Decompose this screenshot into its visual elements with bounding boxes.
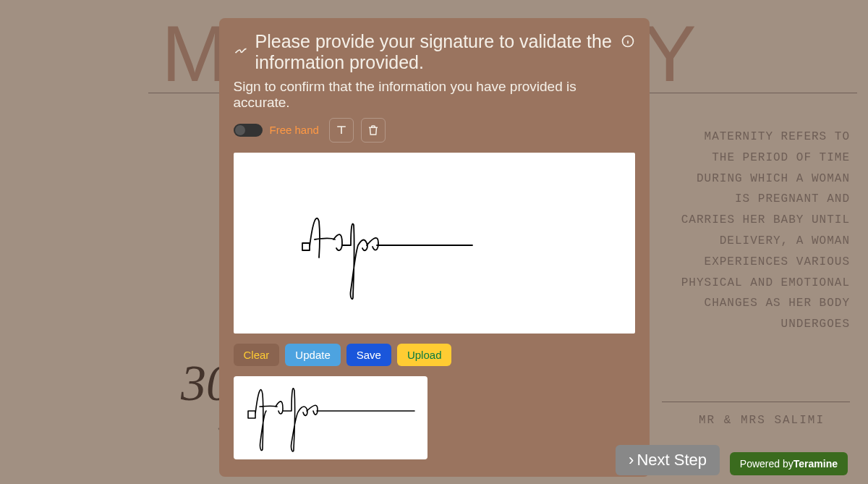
info-icon[interactable]	[621, 34, 635, 51]
freehand-label: Free hand	[270, 124, 319, 136]
signature-modal: Please provide your signature to validat…	[219, 18, 650, 477]
signature-preview	[234, 376, 427, 459]
powered-by-badge[interactable]: Powered byTeramine	[730, 452, 848, 475]
next-step-label: Next Step	[637, 451, 707, 470]
upload-button[interactable]: Upload	[397, 344, 452, 366]
modal-header: Please provide your signature to validat…	[234, 31, 635, 73]
clear-button[interactable]: Clear	[234, 344, 280, 366]
delete-button[interactable]	[361, 118, 386, 143]
signature-icon	[234, 43, 248, 60]
powered-brand: Teramine	[793, 458, 838, 470]
modal-subtitle: Sign to confirm that the information you…	[234, 79, 635, 111]
freehand-toggle[interactable]	[234, 124, 263, 137]
toggle-knob	[235, 125, 245, 135]
chevron-right-icon: ›	[629, 451, 634, 470]
update-button[interactable]: Update	[285, 344, 340, 366]
modal-title: Please provide your signature to validat…	[255, 31, 613, 73]
modal-overlay: Please provide your signature to validat…	[0, 0, 868, 484]
next-step-button[interactable]: › Next Step	[616, 445, 720, 475]
signature-preview-drawing	[234, 376, 427, 459]
signature-drawing	[234, 153, 635, 334]
controls-row: Free hand	[234, 118, 635, 143]
powered-prefix: Powered by	[740, 458, 793, 470]
text-mode-button[interactable]	[329, 118, 354, 143]
save-button[interactable]: Save	[346, 344, 391, 366]
signature-canvas[interactable]	[234, 153, 635, 334]
action-row: Clear Update Save Upload	[234, 344, 635, 366]
